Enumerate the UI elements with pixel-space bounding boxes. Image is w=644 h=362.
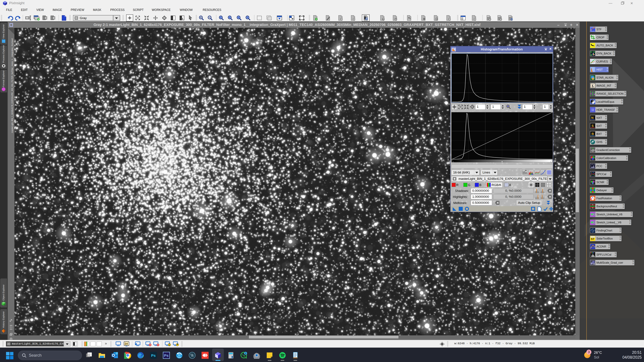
svg-text:Ps: Ps <box>151 353 156 358</box>
svg-text:1: 1 <box>245 352 246 355</box>
svg-text:24: 24 <box>125 342 128 345</box>
svg-text:B: B <box>592 132 594 136</box>
svg-text:S: S <box>592 124 594 128</box>
svg-text:N: N <box>591 116 594 120</box>
svg-text:Σ: Σ <box>592 84 594 88</box>
svg-text:Ps: Ps <box>164 353 168 358</box>
svg-text:ST: ST <box>591 238 594 240</box>
